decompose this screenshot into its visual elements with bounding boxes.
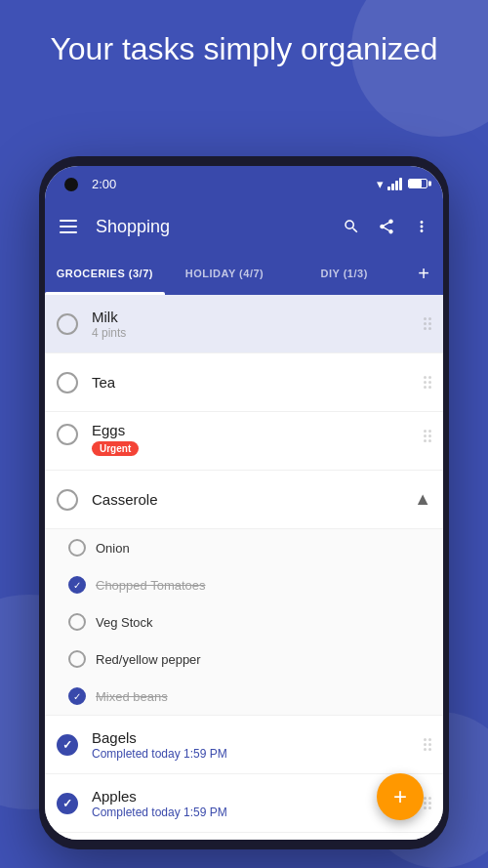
- casserole-expand-icon[interactable]: ▲: [414, 489, 431, 510]
- subtask-pepper[interactable]: Red/yellow pepper: [45, 641, 443, 678]
- bagels-checkbox[interactable]: [57, 734, 78, 756]
- status-time: 2:00: [92, 177, 116, 191]
- milk-checkbox[interactable]: [57, 313, 78, 335]
- task-item-milk[interactable]: Milk 4 pints: [45, 295, 443, 353]
- onion-checkbox[interactable]: [68, 539, 86, 557]
- pepper-name: Red/yellow pepper: [96, 652, 201, 667]
- phone-frame: 2:00 ▾: [39, 156, 449, 849]
- subtask-mixedbeans[interactable]: Mixed beans: [45, 678, 443, 715]
- tea-checkbox[interactable]: [57, 372, 78, 393]
- casserole-subtasks: Onion Chopped Tomatoes Veg Stock Red/yel…: [45, 529, 443, 716]
- apples-info: Apples Completed today 1:59 PM: [92, 788, 420, 819]
- toolbar-actions: [334, 209, 439, 244]
- task-item-bagels[interactable]: Bagels Completed today 1:59 PM: [45, 716, 443, 774]
- bagels-info: Bagels Completed today 1:59 PM: [92, 729, 420, 761]
- milk-subtitle: 4 pints: [92, 326, 420, 340]
- tabs-bar: GROCERIES (3/7) HOLIDAY (4/7) DIY (1/3) …: [45, 252, 443, 295]
- share-button[interactable]: [369, 209, 404, 244]
- status-bar: 2:00 ▾: [45, 166, 443, 201]
- vegstock-name: Veg Stock: [96, 615, 153, 630]
- toolbar: Shopping: [45, 201, 443, 252]
- search-button[interactable]: [334, 209, 369, 244]
- bagels-name: Bagels: [92, 729, 420, 746]
- tab-diy[interactable]: DIY (1/3): [284, 252, 404, 295]
- menu-line-1: [60, 220, 77, 222]
- menu-button[interactable]: [49, 207, 88, 246]
- casserole-checkbox[interactable]: [57, 489, 78, 511]
- vegstock-checkbox[interactable]: [68, 613, 86, 631]
- mixedbeans-name: Mixed beans: [96, 689, 168, 704]
- add-list-button[interactable]: +: [404, 252, 443, 295]
- tomatoes-name: Chopped Tomatoes: [96, 578, 206, 593]
- apples-name: Apples: [92, 788, 420, 805]
- bagels-subtitle: Completed today 1:59 PM: [92, 747, 420, 761]
- task-list: Milk 4 pints Tea: [45, 295, 443, 840]
- tea-info: Tea: [92, 374, 420, 391]
- menu-line-2: [60, 226, 77, 227]
- apples-checkbox[interactable]: [57, 793, 78, 814]
- apples-subtitle: Completed today 1:59 PM: [92, 806, 420, 819]
- milk-info: Milk 4 pints: [92, 309, 420, 340]
- battery-icon: [408, 179, 427, 188]
- eggs-info: Eggs Urgent: [92, 422, 420, 456]
- status-icons: ▾: [377, 177, 427, 191]
- tea-name: Tea: [92, 374, 420, 391]
- urgent-badge: Urgent: [92, 441, 139, 456]
- subtask-tomatoes[interactable]: Chopped Tomatoes: [45, 566, 443, 603]
- onion-name: Onion: [96, 541, 130, 556]
- page-headline: Your tasks simply organized: [0, 20, 488, 80]
- casserole-info: Casserole: [92, 491, 414, 508]
- subtask-onion[interactable]: Onion: [45, 529, 443, 566]
- menu-line-3: [60, 231, 77, 233]
- eggs-drag-handle: [420, 422, 435, 450]
- mixedbeans-checkbox[interactable]: [68, 687, 86, 705]
- phone-screen: 2:00 ▾: [45, 166, 443, 840]
- task-item-tea[interactable]: Tea: [45, 353, 443, 412]
- tea-drag-handle: [420, 368, 435, 396]
- toolbar-title: Shopping: [88, 217, 334, 237]
- milk-name: Milk: [92, 309, 420, 325]
- camera: [64, 178, 78, 191]
- signal-bars-icon: [387, 178, 402, 190]
- tab-holiday[interactable]: HOLIDAY (4/7): [165, 252, 285, 295]
- pepper-checkbox[interactable]: [68, 650, 86, 668]
- eggs-checkbox[interactable]: [57, 424, 78, 445]
- eggs-name: Eggs: [92, 422, 420, 438]
- casserole-name: Casserole: [92, 491, 414, 508]
- task-item-casserole[interactable]: Casserole ▲: [45, 471, 443, 529]
- fab-button[interactable]: +: [377, 773, 424, 820]
- tab-groceries[interactable]: GROCERIES (3/7): [45, 252, 165, 295]
- tomatoes-checkbox[interactable]: [68, 576, 86, 594]
- more-options-button[interactable]: [404, 209, 439, 244]
- subtask-vegstock[interactable]: Veg Stock: [45, 603, 443, 641]
- wifi-icon: ▾: [377, 177, 384, 191]
- bagels-drag-handle: [420, 730, 435, 759]
- task-item-eggs[interactable]: Eggs Urgent: [45, 412, 443, 471]
- milk-drag-handle: [420, 310, 435, 338]
